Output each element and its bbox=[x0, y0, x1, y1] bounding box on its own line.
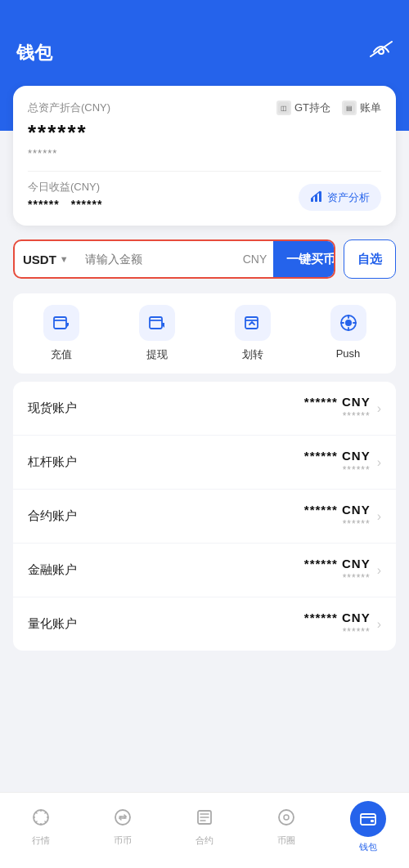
recharge-action[interactable]: 充值 bbox=[43, 305, 79, 362]
currency-label: USDT bbox=[23, 253, 56, 266]
futures-account-item[interactable]: 合约账户 ****** CNY ****** › bbox=[13, 490, 396, 544]
transfer-action[interactable]: 划转 bbox=[235, 305, 271, 362]
nav-market[interactable]: 行情 bbox=[0, 808, 82, 847]
svg-point-0 bbox=[379, 49, 384, 54]
nav-futures-label: 合约 bbox=[196, 834, 213, 847]
finance-main-value: ****** CNY bbox=[304, 557, 371, 570]
finance-account-label: 金融账户 bbox=[28, 562, 77, 578]
self-select-button[interactable]: 自选 bbox=[344, 239, 396, 279]
svg-point-13 bbox=[34, 810, 48, 825]
card-bottom-row: 今日收益(CNY) ****** ****** 资产分析 bbox=[28, 180, 381, 211]
futures-account-right: ****** CNY ****** › bbox=[304, 503, 381, 530]
quant-account-label: 量化账户 bbox=[28, 616, 77, 632]
leverage-chevron-icon: › bbox=[377, 455, 381, 470]
leverage-sub-value: ****** bbox=[343, 464, 371, 476]
svg-point-17 bbox=[284, 815, 289, 820]
income-section: 今日收益(CNY) ****** ****** bbox=[28, 180, 102, 211]
divider bbox=[28, 171, 381, 172]
quant-sub-value: ****** bbox=[343, 626, 371, 638]
svg-rect-9 bbox=[150, 317, 162, 329]
income-label: 今日收益(CNY) bbox=[28, 180, 102, 195]
action-row: 充值 提现 划转 bbox=[13, 293, 396, 374]
account-label: 账单 bbox=[360, 101, 381, 115]
buy-bar-wrapper: USDT ▼ CNY 一键买币 自选 bbox=[13, 239, 396, 279]
svg-rect-18 bbox=[361, 814, 375, 825]
nav-futures[interactable]: 合约 bbox=[164, 808, 245, 847]
finance-sub-value: ****** bbox=[343, 572, 371, 584]
income-val1: ****** bbox=[28, 198, 60, 211]
main-value: ****** bbox=[28, 120, 381, 145]
nav-wallet-label: 钱包 bbox=[359, 841, 377, 853]
svg-point-16 bbox=[279, 810, 294, 825]
income-values: ****** ****** bbox=[28, 198, 102, 211]
futures-main-value: ****** CNY bbox=[304, 503, 371, 517]
spot-sub-value: ****** bbox=[343, 410, 371, 422]
income-val2: ****** bbox=[71, 198, 103, 211]
spot-main-value: ****** CNY bbox=[304, 395, 371, 409]
quant-account-right: ****** CNY ****** › bbox=[304, 611, 381, 638]
gt-holding-btn[interactable]: ◫ GT持仓 bbox=[276, 101, 330, 115]
finance-account-right: ****** CNY ****** › bbox=[304, 557, 381, 584]
spot-account-item[interactable]: 现货账户 ****** CNY ****** › bbox=[13, 382, 396, 436]
account-bill-btn[interactable]: ▤ 账单 bbox=[342, 101, 381, 115]
leverage-account-label: 杠杆账户 bbox=[28, 454, 77, 470]
total-assets-label: 总资产折合(CNY) bbox=[28, 101, 110, 115]
analysis-label: 资产分析 bbox=[327, 190, 370, 205]
nav-exchange[interactable]: 币币 bbox=[82, 808, 164, 847]
leverage-account-right: ****** CNY ****** › bbox=[304, 449, 381, 476]
push-label: Push bbox=[336, 347, 361, 360]
svg-rect-8 bbox=[54, 317, 66, 329]
market-icon bbox=[31, 808, 51, 832]
asset-analysis-btn[interactable]: 资产分析 bbox=[299, 184, 381, 211]
svg-text:▤: ▤ bbox=[346, 105, 353, 112]
card-top-row: 总资产折合(CNY) ◫ GT持仓 ▤ 账单 bbox=[28, 101, 381, 115]
buy-bar: USDT ▼ CNY 一键买币 bbox=[13, 239, 335, 279]
currency-selector[interactable]: USDT ▼ bbox=[15, 253, 77, 266]
one-click-buy-button[interactable]: 一键买币 bbox=[273, 239, 335, 279]
svg-text:◫: ◫ bbox=[281, 105, 287, 112]
leverage-main-value: ****** CNY bbox=[304, 449, 371, 463]
finance-chevron-icon: › bbox=[377, 563, 381, 578]
nav-wallet[interactable]: 钱包 bbox=[327, 801, 409, 853]
withdraw-action[interactable]: 提现 bbox=[139, 305, 175, 362]
svg-point-14 bbox=[115, 810, 130, 825]
push-icon bbox=[330, 305, 366, 341]
leverage-account-item[interactable]: 杠杆账户 ****** CNY ****** › bbox=[13, 436, 396, 490]
nav-market-label: 行情 bbox=[32, 834, 50, 847]
futures-account-values: ****** CNY ****** bbox=[304, 503, 371, 530]
finance-account-values: ****** CNY ****** bbox=[304, 557, 371, 584]
amount-input[interactable] bbox=[77, 253, 236, 266]
withdraw-icon bbox=[139, 305, 175, 341]
spot-chevron-icon: › bbox=[377, 401, 381, 416]
bill-icon: ▤ bbox=[342, 101, 357, 115]
finance-account-item[interactable]: 金融账户 ****** CNY ****** › bbox=[13, 544, 396, 597]
cny-label: CNY bbox=[236, 253, 274, 266]
push-action[interactable]: Push bbox=[330, 305, 366, 362]
card-actions: ◫ GT持仓 ▤ 账单 bbox=[276, 101, 381, 115]
nav-circle[interactable]: 币圈 bbox=[245, 808, 327, 847]
spot-account-right: ****** CNY ****** › bbox=[304, 395, 381, 422]
summary-card: 总资产折合(CNY) ◫ GT持仓 ▤ 账单 ****** ****** 今日收… bbox=[13, 86, 396, 226]
wallet-icon bbox=[358, 809, 378, 829]
svg-point-12 bbox=[345, 320, 352, 326]
quant-chevron-icon: › bbox=[377, 617, 381, 632]
transfer-label: 划转 bbox=[242, 347, 263, 362]
quant-main-value: ****** CNY bbox=[304, 611, 371, 624]
bottom-nav: 行情 币币 合约 币圈 bbox=[0, 792, 409, 868]
leverage-account-values: ****** CNY ****** bbox=[304, 449, 371, 476]
nav-exchange-label: 币币 bbox=[114, 834, 132, 847]
analysis-icon bbox=[310, 190, 323, 205]
recharge-label: 充值 bbox=[51, 347, 72, 362]
gt-label: GT持仓 bbox=[294, 101, 330, 115]
svg-rect-7 bbox=[319, 191, 321, 202]
futures-sub-value: ****** bbox=[343, 518, 371, 530]
wallet-active-circle bbox=[350, 801, 386, 837]
nav-circle-label: 币圈 bbox=[277, 834, 295, 847]
eye-icon[interactable] bbox=[370, 41, 393, 62]
svg-rect-19 bbox=[371, 820, 374, 822]
quant-account-values: ****** CNY ****** bbox=[304, 611, 371, 638]
gt-icon: ◫ bbox=[276, 101, 291, 115]
quant-account-item[interactable]: 量化账户 ****** CNY ****** › bbox=[13, 597, 396, 651]
spot-account-values: ****** CNY ****** bbox=[304, 395, 371, 422]
account-list: 现货账户 ****** CNY ****** › 杠杆账户 ****** CNY… bbox=[13, 382, 396, 651]
